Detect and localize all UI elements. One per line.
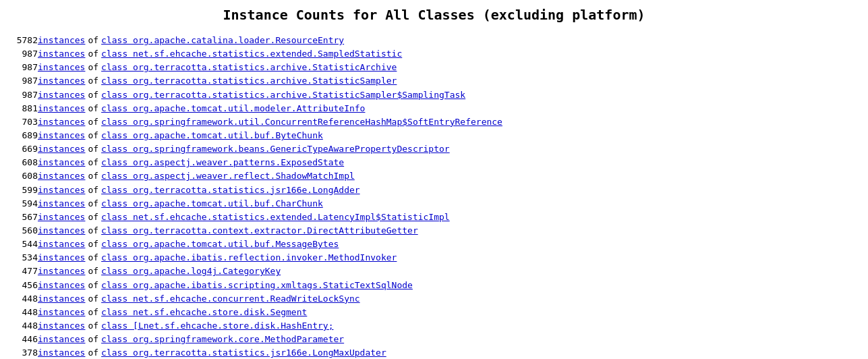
instances-link[interactable]: instances bbox=[38, 156, 85, 169]
table-row: 477 instances of class org.apache.log4j.… bbox=[13, 265, 855, 278]
instances-link[interactable]: instances bbox=[38, 169, 85, 183]
table-row: 689 instances of class org.apache.tomcat… bbox=[13, 129, 855, 142]
instance-count: 5782 bbox=[13, 34, 38, 47]
of-label: of bbox=[88, 265, 98, 278]
table-row: 5782 instances of class org.apache.catal… bbox=[13, 34, 855, 47]
class-link[interactable]: class org.terracotta.statistics.archive.… bbox=[101, 88, 465, 102]
class-link[interactable]: class net.sf.ehcache.store.disk.Segment bbox=[101, 306, 307, 319]
class-link[interactable]: class org.apache.catalina.loader.Resourc… bbox=[101, 34, 344, 47]
of-label: of bbox=[88, 346, 98, 359]
instances-link[interactable]: instances bbox=[38, 88, 85, 102]
class-link[interactable]: class org.apache.tomcat.util.modeler.Att… bbox=[101, 102, 365, 115]
instances-link[interactable]: instances bbox=[38, 306, 85, 319]
instances-link[interactable]: instances bbox=[38, 34, 85, 47]
table-row: 567 instances of class net.sf.ehcache.st… bbox=[13, 211, 855, 224]
instances-link[interactable]: instances bbox=[38, 129, 85, 142]
class-link[interactable]: class net.sf.ehcache.statistics.extended… bbox=[101, 211, 450, 224]
instances-link[interactable]: instances bbox=[38, 74, 85, 88]
instance-count: 378 bbox=[13, 346, 38, 359]
instance-count: 987 bbox=[13, 47, 38, 61]
of-label: of bbox=[88, 211, 98, 224]
class-link[interactable]: class net.sf.ehcache.statistics.extended… bbox=[101, 47, 402, 61]
instance-count: 456 bbox=[13, 279, 38, 292]
of-label: of bbox=[88, 306, 98, 319]
instances-link[interactable]: instances bbox=[38, 238, 85, 251]
instance-count: 567 bbox=[13, 211, 38, 224]
instance-count: 987 bbox=[13, 88, 38, 102]
instances-link[interactable]: instances bbox=[38, 197, 85, 211]
instances-link[interactable]: instances bbox=[38, 346, 85, 359]
class-link[interactable]: class org.terracotta.statistics.archive.… bbox=[101, 74, 397, 88]
instances-link[interactable]: instances bbox=[38, 333, 85, 346]
class-link[interactable]: class org.springframework.beans.GenericT… bbox=[101, 142, 450, 156]
class-link[interactable]: class org.apache.ibatis.scripting.xmltag… bbox=[101, 279, 413, 292]
table-row: 448 instances of class net.sf.ehcache.co… bbox=[13, 292, 855, 306]
instances-link[interactable]: instances bbox=[38, 115, 85, 129]
instances-link[interactable]: instances bbox=[38, 211, 85, 224]
table-row: 456 instances of class org.apache.ibatis… bbox=[13, 279, 855, 292]
instance-count: 987 bbox=[13, 74, 38, 88]
instances-link[interactable]: instances bbox=[38, 102, 85, 115]
table-row: 378 instances of class org.terracotta.st… bbox=[13, 346, 855, 359]
of-label: of bbox=[88, 251, 98, 265]
class-link[interactable]: class [Lnet.sf.ehcache.store.disk.HashEn… bbox=[101, 319, 333, 333]
page-title: Instance Counts for All Classes (excludi… bbox=[13, 7, 855, 23]
instance-count: 448 bbox=[13, 306, 38, 319]
instances-link[interactable]: instances bbox=[38, 319, 85, 333]
table-row: 608 instances of class org.aspectj.weave… bbox=[13, 169, 855, 183]
class-link[interactable]: class org.apache.log4j.CategoryKey bbox=[101, 265, 281, 278]
of-label: of bbox=[88, 34, 98, 47]
instances-link[interactable]: instances bbox=[38, 279, 85, 292]
instances-link[interactable]: instances bbox=[38, 47, 85, 61]
instance-count: 448 bbox=[13, 292, 38, 306]
instance-count: 544 bbox=[13, 238, 38, 251]
table-row: 987 instances of class org.terracotta.st… bbox=[13, 74, 855, 88]
of-label: of bbox=[88, 292, 98, 306]
class-link[interactable]: class net.sf.ehcache.concurrent.ReadWrit… bbox=[101, 292, 360, 306]
class-link[interactable]: class org.apache.tomcat.util.buf.Message… bbox=[101, 238, 339, 251]
of-label: of bbox=[88, 47, 98, 61]
of-label: of bbox=[88, 156, 98, 169]
instances-link[interactable]: instances bbox=[38, 265, 85, 278]
instances-link[interactable]: instances bbox=[38, 184, 85, 197]
class-link[interactable]: class org.aspectj.weaver.patterns.Expose… bbox=[101, 156, 344, 169]
instance-list: 5782 instances of class org.apache.catal… bbox=[13, 34, 855, 359]
table-row: 608 instances of class org.aspectj.weave… bbox=[13, 156, 855, 169]
instance-count: 477 bbox=[13, 265, 38, 278]
table-row: 599 instances of class org.terracotta.st… bbox=[13, 184, 855, 197]
class-link[interactable]: class org.apache.ibatis.reflection.invok… bbox=[101, 251, 397, 265]
of-label: of bbox=[88, 238, 98, 251]
instance-count: 599 bbox=[13, 184, 38, 197]
instance-count: 534 bbox=[13, 251, 38, 265]
instance-count: 448 bbox=[13, 319, 38, 333]
of-label: of bbox=[88, 115, 98, 129]
table-row: 544 instances of class org.apache.tomcat… bbox=[13, 238, 855, 251]
instances-link[interactable]: instances bbox=[38, 292, 85, 306]
class-link[interactable]: class org.apache.tomcat.util.buf.CharChu… bbox=[101, 197, 323, 211]
instances-link[interactable]: instances bbox=[38, 251, 85, 265]
of-label: of bbox=[88, 224, 98, 238]
class-link[interactable]: class org.springframework.util.Concurren… bbox=[101, 115, 502, 129]
class-link[interactable]: class org.terracotta.statistics.jsr166e.… bbox=[101, 346, 386, 359]
instances-link[interactable]: instances bbox=[38, 142, 85, 156]
of-label: of bbox=[88, 279, 98, 292]
of-label: of bbox=[88, 197, 98, 211]
table-row: 881 instances of class org.apache.tomcat… bbox=[13, 102, 855, 115]
class-link[interactable]: class org.apache.tomcat.util.buf.ByteChu… bbox=[101, 129, 323, 142]
table-row: 534 instances of class org.apache.ibatis… bbox=[13, 251, 855, 265]
instance-count: 594 bbox=[13, 197, 38, 211]
instances-link[interactable]: instances bbox=[38, 224, 85, 238]
of-label: of bbox=[88, 333, 98, 346]
class-link[interactable]: class org.terracotta.statistics.archive.… bbox=[101, 61, 397, 74]
class-link[interactable]: class org.aspectj.weaver.reflect.ShadowM… bbox=[101, 169, 355, 183]
class-link[interactable]: class org.springframework.core.MethodPar… bbox=[101, 333, 344, 346]
table-row: 560 instances of class org.terracotta.co… bbox=[13, 224, 855, 238]
table-row: 987 instances of class org.terracotta.st… bbox=[13, 88, 855, 102]
instance-count: 987 bbox=[13, 61, 38, 74]
of-label: of bbox=[88, 129, 98, 142]
class-link[interactable]: class org.terracotta.context.extractor.D… bbox=[101, 224, 418, 238]
table-row: 594 instances of class org.apache.tomcat… bbox=[13, 197, 855, 211]
instances-link[interactable]: instances bbox=[38, 61, 85, 74]
table-row: 446 instances of class org.springframewo… bbox=[13, 333, 855, 346]
class-link[interactable]: class org.terracotta.statistics.jsr166e.… bbox=[101, 184, 360, 197]
